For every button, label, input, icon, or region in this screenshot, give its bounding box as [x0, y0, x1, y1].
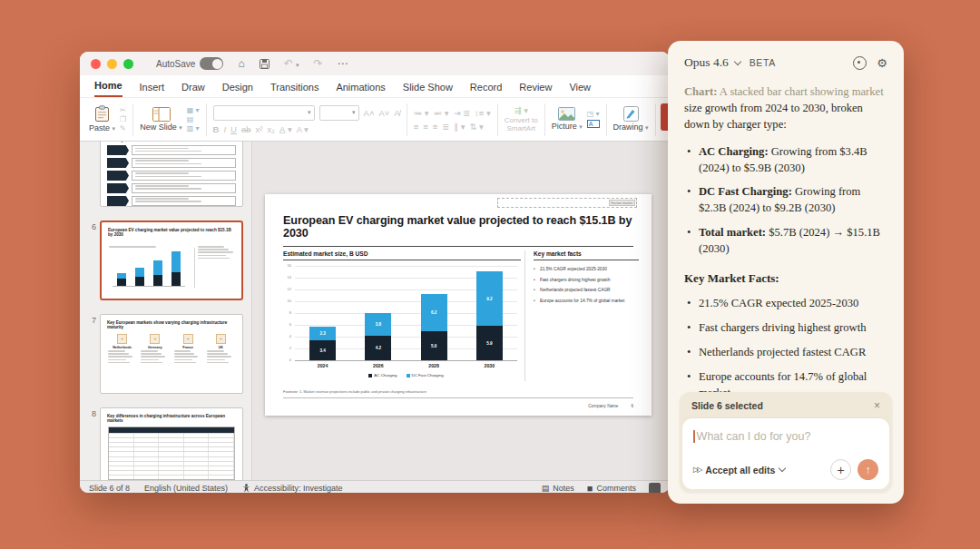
tab-transitions[interactable]: Transitions [270, 82, 318, 97]
slide-indicator[interactable]: Slide 6 of 8 [89, 484, 130, 493]
view-button-sliver[interactable] [649, 483, 661, 493]
stacked-bar-2026[interactable]: 4.23.8 [365, 313, 391, 360]
thumbnail-title: European EV charging market value projec… [108, 228, 235, 238]
cut-icon[interactable]: ✂ [120, 107, 126, 114]
comments-icon: ◼ [587, 485, 593, 493]
home-icon[interactable]: ⌂ [238, 58, 244, 69]
clear-formatting-icon[interactable]: A̸ [394, 108, 399, 118]
attach-button[interactable]: + [830, 459, 851, 480]
stacked-bar-2030[interactable]: 5.99.2 [476, 271, 503, 360]
font-name-select[interactable]: ▾ [213, 105, 315, 121]
tab-insert[interactable]: Insert [140, 82, 165, 97]
arrow-row [107, 183, 236, 193]
notes-button[interactable]: ▤ Notes [542, 484, 574, 493]
chart-block[interactable]: Estimated market size, B USD 3.42.34.23.… [283, 250, 521, 387]
bold-icon[interactable]: B [213, 124, 220, 134]
arrow-box [132, 145, 236, 155]
ribbon-toolbar: Paste ▾ ✂ ❐ ✎ New Slide ▾ ▦ ▾ ▤ ▥ ▾ [80, 98, 670, 142]
text-box-icon[interactable]: A [587, 120, 600, 128]
align-center-icon[interactable]: ≡ [423, 122, 428, 132]
highlight-icon[interactable]: A̲ ▾ [279, 124, 292, 134]
tab-review[interactable]: Review [519, 82, 552, 97]
slide-title[interactable]: European EV charging market value projec… [283, 214, 633, 247]
font-color-icon[interactable]: A ▾ [297, 124, 309, 134]
minimize-window-button[interactable] [107, 59, 117, 69]
send-button[interactable]: ↑ [858, 459, 878, 480]
align-left-icon[interactable]: ≡ [414, 122, 419, 132]
new-chat-icon[interactable] [853, 56, 867, 70]
text-line [135, 151, 201, 152]
indent-icon[interactable]: ⇥ ≣ [454, 108, 471, 118]
paste-button[interactable]: Paste ▾ [89, 105, 115, 132]
model-selector[interactable]: Opus 4.6 [684, 55, 729, 70]
slide-thumbnail-panel[interactable]: 5Several market forces drive the EV char… [80, 142, 252, 480]
facts-block[interactable]: Key market facts 21.5% CAGR expected 202… [525, 250, 639, 387]
underline-icon[interactable]: U [230, 124, 237, 134]
slide-thumbnail-8[interactable]: Key differences in charging infrastructu… [100, 407, 243, 480]
table-cell [109, 462, 134, 466]
table-row [109, 437, 234, 442]
italic-icon[interactable]: I [223, 124, 226, 134]
undo-icon[interactable]: ↶ ▾ [284, 58, 299, 69]
copy-icon[interactable]: ❐ [120, 116, 126, 123]
text-line [135, 148, 189, 150]
close-window-button[interactable] [91, 59, 101, 69]
tab-animations[interactable]: Animations [336, 82, 385, 97]
align-right-icon[interactable]: ≡ [433, 122, 438, 132]
accept-all-edits-button[interactable]: ▷▷ Accept all edits [693, 465, 785, 475]
zoom-window-button[interactable] [123, 59, 133, 69]
accessibility-status[interactable]: Accessibility: Investigate [242, 484, 343, 494]
increase-font-icon[interactable]: A˄ [364, 108, 375, 118]
number-list-icon[interactable]: ≕ ▾ [434, 108, 449, 118]
table-cell [184, 452, 210, 456]
table-cell [209, 471, 234, 475]
tab-design[interactable]: Design [222, 82, 253, 97]
prompt-input[interactable]: What can I do for you? ▷▷ Accept all edi… [682, 418, 889, 489]
slide-thumbnail-5[interactable]: Several market forces drive the EV charg… [100, 142, 243, 207]
tab-slide-show[interactable]: Slide Show [403, 82, 453, 97]
table-cell [159, 434, 184, 437]
drawing-button[interactable]: Drawing ▾ [613, 106, 649, 132]
font-size-select[interactable]: ▾ [319, 105, 359, 121]
autosave-toggle[interactable] [200, 57, 223, 70]
tab-record[interactable]: Record [470, 82, 502, 97]
comments-button[interactable]: ◼ Comments [587, 484, 636, 493]
picture-button[interactable]: Picture ▾ [552, 107, 583, 131]
columns-icon[interactable]: ∥ ▾ [454, 122, 465, 132]
language-indicator[interactable]: English (United States) [144, 484, 228, 493]
text-line [141, 353, 162, 355]
slide-thumbnail-6[interactable]: European EV charging market value projec… [100, 221, 243, 300]
strikethrough-icon[interactable]: ab [241, 124, 251, 134]
slide-thumbnail-7[interactable]: Key European markets show varying chargi… [100, 314, 243, 394]
stacked-bar-2024[interactable]: 3.42.3 [309, 327, 336, 360]
tab-view[interactable]: View [569, 82, 591, 97]
layout-icon[interactable]: ▦ ▾ [187, 107, 200, 114]
superscript-icon[interactable]: x² [256, 124, 263, 134]
line-spacing-icon[interactable]: ↕≡ ▾ [475, 108, 491, 118]
close-icon[interactable]: × [874, 399, 880, 412]
new-slide-button[interactable]: New Slide ▾ [140, 107, 182, 132]
format-painter-icon[interactable]: ✎ [120, 125, 126, 132]
current-slide[interactable]: Section marker European EV charging mark… [265, 194, 652, 416]
tab-home[interactable]: Home [94, 80, 122, 97]
decrease-font-icon[interactable]: A˅ [378, 108, 389, 118]
subscript-icon[interactable]: x₂ [267, 124, 274, 134]
text-direction-icon[interactable]: ⇅ ▾ [469, 122, 483, 132]
more-commands-icon[interactable]: ⋯ [338, 58, 348, 69]
convert-smartart-button[interactable]: ⇶ ▾ Convert to SmartArt [505, 106, 538, 132]
bullet-list-icon[interactable]: ≔ ▾ [414, 108, 429, 118]
shapes-icon[interactable]: ◳ ▾ [587, 111, 600, 118]
justify-icon[interactable]: ≣ [442, 122, 449, 132]
status-bar: Slide 6 of 8 English (United States) Acc… [80, 480, 670, 493]
reset-layout-icon[interactable]: ▤ [187, 116, 200, 123]
section-icon[interactable]: ▥ ▾ [187, 125, 200, 132]
tab-draw[interactable]: Draw [181, 82, 205, 97]
table-row [109, 451, 234, 456]
stacked-bar-2028[interactable]: 5.06.2 [421, 294, 447, 360]
table-cell [184, 462, 210, 466]
redo-icon[interactable]: ↷ [314, 58, 323, 69]
save-icon[interactable] [260, 59, 270, 69]
settings-gear-icon[interactable]: ⚙ [877, 57, 887, 69]
mini-segment [153, 275, 162, 287]
placeholder-marker[interactable]: Section marker [497, 198, 637, 208]
